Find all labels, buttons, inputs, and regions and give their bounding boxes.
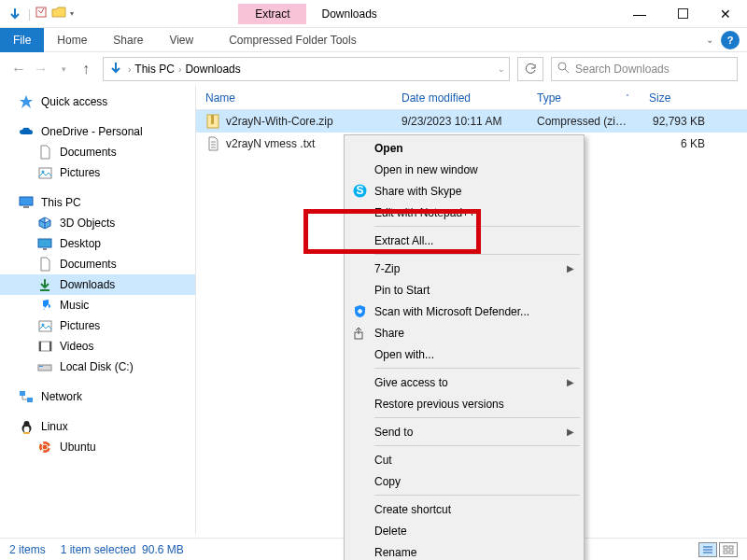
menu-send-to[interactable]: Send to▶ [346,421,582,442]
share-icon [352,326,367,341]
menu-7zip[interactable]: 7-Zip▶ [346,258,582,279]
address-bar-row: ← → ▾ ↑ › This PC › Downloads ⌄ Search D… [0,52,747,86]
svg-rect-14 [39,342,41,351]
sidebar-item-label: OneDrive - Personal [41,125,143,138]
menu-open-new-window[interactable]: Open in new window [346,159,582,180]
file-name: v2rayN-With-Core.zip [226,115,333,128]
file-row[interactable]: v2rayN-With-Core.zip 9/23/2023 10:11 AM … [196,110,747,133]
sidebar-onedrive-documents[interactable]: Documents [0,142,195,162]
qat-properties-icon[interactable] [35,6,48,21]
menu-share[interactable]: Share [346,322,582,343]
sidebar-item-label: Network [41,390,82,403]
qat-separator: | [28,7,31,21]
sidebar-onedrive-pictures[interactable]: Pictures [0,162,195,183]
svg-point-24 [26,432,30,434]
breadcrumb-root-icon[interactable] [107,61,124,78]
menu-scan-defender[interactable]: Scan with Microsoft Defender... [346,301,582,322]
search-placeholder: Search Downloads [575,63,669,76]
sidebar-item-label: Pictures [60,166,100,179]
svg-rect-0 [36,7,46,17]
window-title: Downloads [306,7,391,21]
maximize-button[interactable] [661,0,704,28]
file-tab[interactable]: File [0,28,44,52]
menu-pin-start[interactable]: Pin to Start [346,279,582,301]
column-type[interactable]: Type˄ [528,91,640,105]
svg-rect-7 [23,206,29,208]
sidebar-videos[interactable]: Videos [0,336,195,357]
music-icon [37,298,52,313]
chevron-right-icon[interactable]: › [178,64,181,75]
cloud-icon [19,124,34,139]
ribbon-collapse-icon[interactable]: ⌄ [706,35,713,45]
breadcrumb-item[interactable]: Downloads [185,63,240,76]
sidebar-downloads[interactable]: Downloads [0,274,195,295]
refresh-button[interactable] [517,57,543,81]
view-details-button[interactable] [698,542,717,557]
sidebar-quick-access[interactable]: Quick access [0,91,195,112]
menu-extract-all[interactable]: Extract All... [346,230,582,251]
svg-rect-11 [39,321,51,331]
menu-give-access[interactable]: Give access to▶ [346,371,582,393]
menu-create-shortcut[interactable]: Create shortcut [346,498,582,520]
svg-rect-38 [724,546,727,549]
menu-open[interactable]: Open [346,137,582,159]
chevron-right-icon: ▶ [567,427,574,437]
sidebar-linux[interactable]: Linux [0,416,195,437]
close-button[interactable]: ✕ [704,0,747,28]
svg-rect-1 [678,9,687,19]
monitor-icon [19,195,34,210]
sidebar-network[interactable]: Network [0,386,195,407]
sidebar-documents[interactable]: Documents [0,254,195,274]
sidebar-music[interactable]: Music [0,295,195,315]
menu-edit-notepad[interactable]: Edit with Notepad++ [346,202,582,223]
chevron-right-icon[interactable]: › [128,64,131,75]
back-button[interactable]: ← [9,61,28,77]
menu-delete[interactable]: Delete [346,520,582,541]
drive-icon [37,359,52,374]
search-input[interactable]: Search Downloads [551,57,738,81]
menu-restore-versions[interactable]: Restore previous versions [346,393,582,414]
video-icon [37,339,52,354]
navigation-pane: Quick access OneDrive - Personal Documen… [0,86,196,534]
breadcrumb-item[interactable]: This PC [134,63,175,76]
recent-dropdown-icon[interactable]: ▾ [54,64,73,74]
ribbon: File Home Share View Compressed Folder T… [0,28,747,52]
menu-cut[interactable]: Cut [346,449,582,470]
sidebar-desktop[interactable]: Desktop [0,233,195,254]
quick-access-toolbar: | ▾ [0,5,79,23]
star-icon [19,94,34,109]
sidebar-local-disk[interactable]: Local Disk (C:) [0,357,195,377]
qat-dropdown-icon[interactable]: ▾ [70,9,74,18]
tab-compressed-tools[interactable]: Compressed Folder Tools [216,28,370,52]
document-icon [37,257,52,272]
cube-icon [37,216,52,231]
breadcrumb[interactable]: › This PC › Downloads ⌄ [103,57,510,81]
sidebar-onedrive[interactable]: OneDrive - Personal [0,121,195,142]
column-size[interactable]: Size [640,91,714,105]
help-button[interactable]: ? [721,31,740,49]
qat-new-folder-icon[interactable] [51,6,66,21]
title-bar: | ▾ Extract Downloads — ✕ [0,0,747,28]
column-date[interactable]: Date modified [392,91,528,105]
column-name[interactable]: Name [196,91,392,105]
menu-share-skype[interactable]: SShare with Skype [346,180,582,202]
sidebar-ubuntu[interactable]: Ubuntu [0,437,195,457]
tab-view[interactable]: View [156,28,206,52]
menu-separator [374,254,580,255]
minimize-button[interactable]: — [618,0,661,28]
view-large-icons-button[interactable] [719,542,738,557]
tab-home[interactable]: Home [44,28,100,52]
menu-open-with[interactable]: Open with... [346,343,582,365]
svg-rect-17 [39,366,43,367]
sort-up-icon: ˄ [626,93,629,102]
network-icon [19,389,34,404]
sidebar-pictures[interactable]: Pictures [0,315,195,336]
sidebar-this-pc[interactable]: This PC [0,192,195,213]
sidebar-3d-objects[interactable]: 3D Objects [0,213,195,233]
breadcrumb-dropdown-icon[interactable]: ⌄ [498,64,505,74]
up-button[interactable]: ↑ [77,61,95,77]
menu-separator [374,368,580,369]
menu-copy[interactable]: Copy [346,470,582,492]
menu-rename[interactable]: Rename [346,541,582,560]
tab-share[interactable]: Share [100,28,156,52]
